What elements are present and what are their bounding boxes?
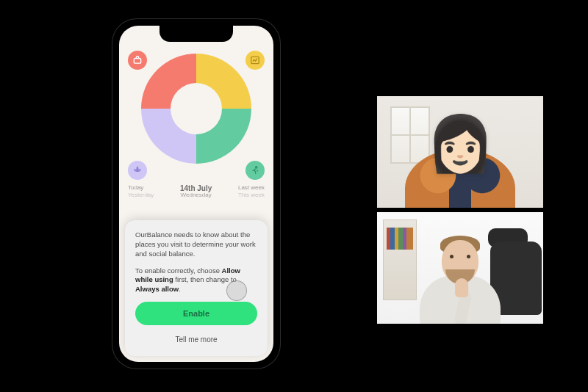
balance-donut-chart <box>141 54 251 164</box>
video-tile-2[interactable] <box>375 210 545 326</box>
svg-rect-0 <box>134 59 140 63</box>
participant-figure <box>420 275 501 326</box>
date-current: 14th July Wednesday <box>180 184 212 199</box>
lotus-icon[interactable] <box>128 161 147 180</box>
video-tile-1[interactable]: 👩🏻 <box>375 94 545 210</box>
work-icon[interactable] <box>128 51 147 70</box>
touch-indicator-icon <box>226 280 247 301</box>
enable-button[interactable]: Enable <box>135 302 257 325</box>
video-call-tiles: 👩🏻 <box>375 94 545 326</box>
balance-chart-area <box>119 26 273 180</box>
chart-icon[interactable] <box>245 51 265 70</box>
date-prev[interactable]: Today Yesterday <box>128 184 154 198</box>
svg-point-2 <box>256 167 257 168</box>
memoji-avatar-icon: 👩🏻 <box>426 117 494 171</box>
background-bookshelf <box>383 219 417 300</box>
tell-me-more-button[interactable]: Tell me more <box>135 330 257 349</box>
phone-screen: Today Yesterday 14th July Wednesday Last… <box>119 26 273 362</box>
running-icon[interactable] <box>245 161 265 180</box>
date-next[interactable]: Last week This week <box>238 184 265 198</box>
permission-sheet: OurBalance needs to know about the place… <box>125 220 268 356</box>
phone-frame: Today Yesterday 14th July Wednesday Last… <box>112 18 281 369</box>
phone-notch <box>159 26 233 42</box>
sheet-text-1: OurBalance needs to know about the place… <box>135 231 257 258</box>
background-window <box>390 106 430 164</box>
date-selector[interactable]: Today Yesterday 14th July Wednesday Last… <box>119 180 273 200</box>
